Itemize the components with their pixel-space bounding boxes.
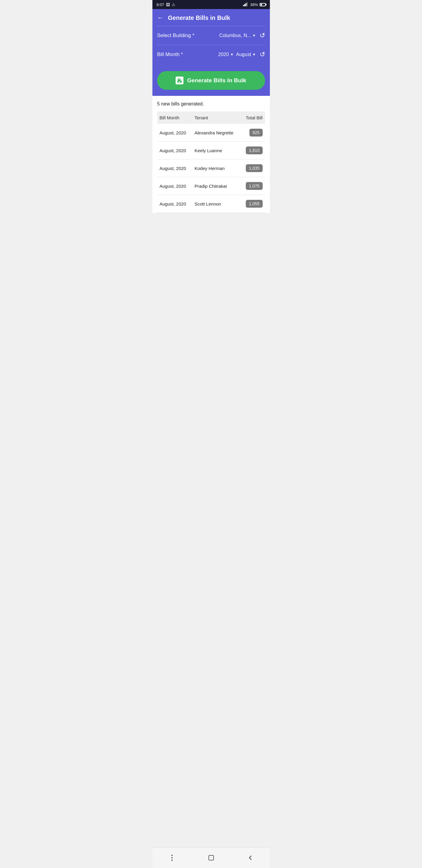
generate-bills-button[interactable]: Generate Bills In Bulk <box>157 71 265 90</box>
svg-rect-6 <box>178 79 180 80</box>
building-label: Select Building * <box>157 33 196 38</box>
cell-bill-month: August, 2020 <box>157 195 192 213</box>
alert-icon: ⚠ <box>172 2 175 7</box>
back-button[interactable]: ← <box>157 14 164 22</box>
col-tenant: Tenant <box>192 112 241 124</box>
battery-icon <box>260 3 266 6</box>
signal-icon <box>243 2 249 7</box>
year-value: 2020 <box>218 52 229 57</box>
table-row: August, 2020 Scott Lennon 1,055 <box>157 195 265 213</box>
page-title: Generate Bills in Bulk <box>168 14 230 22</box>
month-value: August <box>236 52 251 57</box>
save-icon <box>175 76 184 84</box>
svg-rect-1 <box>244 4 245 6</box>
month-dropdown[interactable]: August ▼ <box>236 52 256 57</box>
status-bar: 8:07 🖼 ⚠ 38% <box>153 0 270 9</box>
table-row: August, 2020 Pradip Chitrakar 1,075 <box>157 177 265 195</box>
table-row: August, 2020 Alexandra Negrette 925 <box>157 124 265 142</box>
col-total-bill: Total Bill <box>241 112 265 124</box>
building-dropdown-arrow: ▼ <box>252 33 256 38</box>
cell-bill-month: August, 2020 <box>157 124 192 142</box>
year-dropdown-arrow: ▼ <box>230 53 234 57</box>
app-header: ← Generate Bills in Bulk <box>153 9 270 26</box>
generate-btn-wrap: Generate Bills In Bulk <box>153 70 270 96</box>
bill-month-refresh-button[interactable]: ↺ <box>260 51 265 59</box>
cell-tenant: Scott Lennon <box>192 195 241 213</box>
svg-rect-2 <box>246 3 247 6</box>
table-header: Bill Month Tenant Total Bill <box>157 112 265 124</box>
year-dropdown[interactable]: 2020 ▼ <box>218 52 233 57</box>
bill-month-row: Bill Month * 2020 ▼ August ▼ ↺ <box>157 45 265 64</box>
cell-bill-month: August, 2020 <box>157 159 192 177</box>
cell-total-bill: 1,055 <box>241 195 265 213</box>
generate-btn-label: Generate Bills In Bulk <box>187 77 246 84</box>
results-section: 5 new bills generated. Bill Month Tenant… <box>153 96 270 213</box>
col-bill-month: Bill Month <box>157 112 192 124</box>
cell-total-bill: 1,075 <box>241 177 265 195</box>
results-count: 5 new bills generated. <box>157 101 265 107</box>
cell-tenant: Alexandra Negrette <box>192 124 241 142</box>
bills-table: Bill Month Tenant Total Bill August, 202… <box>157 112 265 213</box>
cell-bill-month: August, 2020 <box>157 177 192 195</box>
cell-tenant: Kodey Herman <box>192 159 241 177</box>
table-row: August, 2020 Keely Luanne 1,810 <box>157 142 265 159</box>
month-dropdown-arrow: ▼ <box>252 53 256 57</box>
cell-bill-month: August, 2020 <box>157 142 192 159</box>
svg-rect-3 <box>247 2 248 6</box>
table-row: August, 2020 Kodey Herman 1,035 <box>157 159 265 177</box>
form-section: Select Building * Columbus, N... ▼ ↺ Bil… <box>153 26 270 70</box>
status-time: 8:07 <box>157 2 164 7</box>
building-row: Select Building * Columbus, N... ▼ ↺ <box>157 26 265 45</box>
building-value: Columbus, N... <box>219 33 251 38</box>
cell-tenant: Pradip Chitrakar <box>192 177 241 195</box>
photo-icon: 🖼 <box>166 2 170 7</box>
building-refresh-button[interactable]: ↺ <box>260 32 265 39</box>
svg-rect-0 <box>243 5 244 6</box>
cell-total-bill: 1,810 <box>241 142 265 159</box>
cell-total-bill: 925 <box>241 124 265 142</box>
bill-month-label: Bill Month * <box>157 52 196 58</box>
cell-total-bill: 1,035 <box>241 159 265 177</box>
battery-pct: 38% <box>250 2 258 7</box>
svg-point-8 <box>179 81 180 82</box>
cell-tenant: Keely Luanne <box>192 142 241 159</box>
building-dropdown[interactable]: Columbus, N... ▼ <box>219 33 256 38</box>
